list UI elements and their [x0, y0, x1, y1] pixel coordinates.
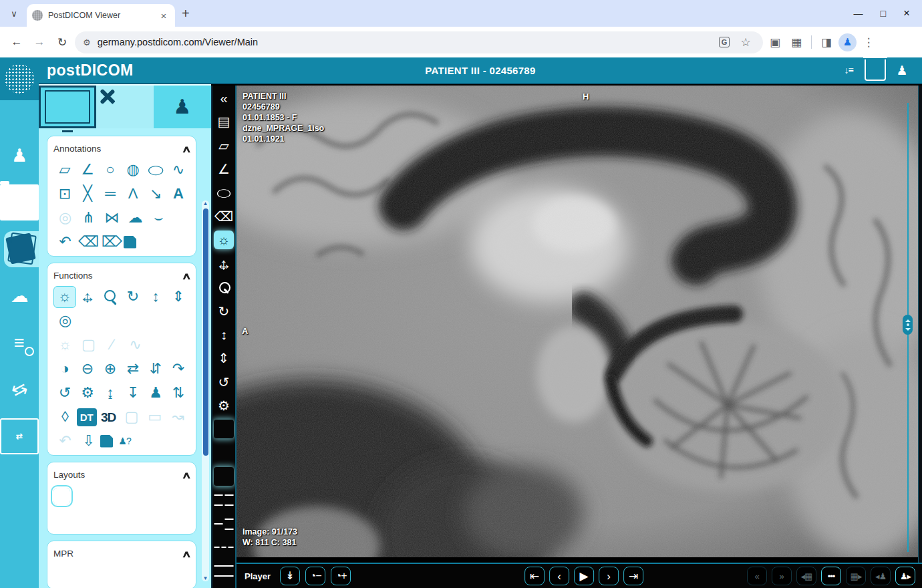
- report-view-icon[interactable]: ▤: [214, 112, 234, 131]
- series-list-icon[interactable]: •••: [821, 567, 841, 585]
- scroll-icon[interactable]: ↕: [144, 286, 167, 308]
- closed-freehand-icon[interactable]: ☁: [124, 207, 147, 229]
- image-viewport[interactable]: PATIENT III 02456789 01.01.1853 - F dzne…: [237, 86, 918, 563]
- undo-icon[interactable]: ↶: [53, 231, 77, 253]
- tab-tools[interactable]: [96, 86, 154, 128]
- collapse-chevron-icon[interactable]: ∧: [181, 549, 191, 559]
- layout-2row-outline-icon[interactable]: [214, 562, 234, 581]
- remote-nodes-icon[interactable]: [0, 418, 39, 454]
- patient-orientation-icon[interactable]: ♟: [144, 382, 167, 404]
- image-scroll-handle[interactable]: [903, 315, 913, 335]
- volume-3d-icon[interactable]: 3D: [97, 406, 120, 428]
- cine-export-icon[interactable]: ↡: [280, 567, 300, 585]
- cobb-angle-icon[interactable]: ⋈: [100, 207, 124, 229]
- next-image-icon[interactable]: ›: [599, 567, 619, 585]
- expand-vertical-icon[interactable]: ↨: [99, 382, 122, 404]
- rotate-icon[interactable]: ↻: [122, 286, 144, 308]
- forward-icon[interactable]: →: [29, 32, 49, 52]
- ruler-icon[interactable]: ▱: [214, 136, 234, 155]
- layout-2col-icon[interactable]: [214, 444, 234, 462]
- layout-3col-outline-icon[interactable]: [214, 538, 234, 557]
- save-annotations-icon[interactable]: [124, 236, 136, 249]
- screen-capture-icon[interactable]: ▣: [766, 33, 784, 51]
- spline-icon[interactable]: ⌣: [147, 207, 170, 229]
- image-library-icon[interactable]: [4, 231, 39, 267]
- current-layout-icon[interactable]: [214, 467, 234, 486]
- stack-scroll-icon[interactable]: ⇕: [167, 286, 190, 308]
- maximize-button[interactable]: □: [881, 8, 886, 19]
- cross-measure-icon[interactable]: ╳: [76, 183, 99, 205]
- layouts-header[interactable]: Layouts ∧: [53, 466, 190, 484]
- stack-scroll-icon[interactable]: ⇕: [214, 349, 234, 368]
- rectangle-icon[interactable]: ⊡: [53, 183, 76, 205]
- translate-icon[interactable]: G: [719, 37, 730, 47]
- ruler-icon[interactable]: ▱: [53, 159, 76, 181]
- reset-default-icon[interactable]: ↺: [214, 373, 234, 392]
- branch-angle-icon[interactable]: ⋔: [77, 207, 100, 229]
- flip-vertical-icon[interactable]: ⇵: [144, 358, 167, 380]
- url-text[interactable]: germany.postdicom.com/Viewer/Main: [98, 37, 712, 47]
- parallel-lines-icon[interactable]: ═: [99, 183, 122, 205]
- magnify-icon[interactable]: [214, 278, 234, 297]
- pan-icon[interactable]: [76, 286, 99, 308]
- collapse-panel-icon[interactable]: «: [214, 89, 234, 108]
- save-image-icon[interactable]: [100, 435, 113, 448]
- close-window-button[interactable]: ×: [903, 7, 910, 20]
- tab-search-chevron-icon[interactable]: ∨: [5, 5, 23, 22]
- functions-header[interactable]: Functions ∧: [53, 267, 190, 285]
- circle-icon[interactable]: ○: [99, 159, 122, 181]
- arrow-icon[interactable]: ↘: [144, 183, 167, 205]
- layout-single-icon[interactable]: [53, 488, 70, 504]
- layout-2x2-outline-icon[interactable]: [214, 491, 234, 510]
- erase-all-icon[interactable]: ⌦: [100, 231, 124, 253]
- play-icon[interactable]: ▶: [574, 567, 594, 585]
- speed-down-icon[interactable]: ◔−: [305, 567, 325, 585]
- rotate-flip-icon[interactable]: ↷: [167, 358, 190, 380]
- first-image-icon[interactable]: ⇤: [524, 567, 545, 585]
- magnify-icon[interactable]: [99, 286, 122, 308]
- window-level-icon[interactable]: ☼: [53, 286, 76, 308]
- export-image-icon[interactable]: ⇩: [77, 430, 100, 452]
- panel-scrollbar[interactable]: ▲ ▼: [202, 200, 209, 581]
- angle-icon[interactable]: ∠: [76, 159, 99, 181]
- query-worklist-icon[interactable]: ≡: [0, 325, 39, 361]
- auto-transfer-icon[interactable]: ↓≡: [838, 59, 859, 81]
- annotations-header[interactable]: Annotations ∧: [53, 140, 190, 158]
- dicom-tags-icon[interactable]: DT: [77, 408, 97, 426]
- reload-icon[interactable]: ↻: [52, 32, 72, 52]
- tab-series-browser[interactable]: [39, 86, 96, 128]
- mpr-header[interactable]: MPR ∧: [53, 545, 190, 563]
- bookmark-star-icon[interactable]: ☆: [736, 33, 755, 51]
- panel-scrollbar-thumb[interactable]: [203, 208, 208, 456]
- folder-browser-icon[interactable]: [0, 184, 39, 220]
- recycle-bin-icon[interactable]: [865, 59, 886, 81]
- layout-2row-icon[interactable]: [104, 488, 120, 504]
- layout-2top-1bottom-icon[interactable]: [53, 512, 70, 529]
- browser-tab[interactable]: PostDICOM Viewer ×: [27, 4, 175, 27]
- polyline-icon[interactable]: Λ: [122, 183, 144, 205]
- minimize-button[interactable]: —: [854, 8, 863, 19]
- collapse-chevron-icon[interactable]: ∧: [181, 144, 191, 154]
- speed-up-icon[interactable]: ◔+: [331, 567, 351, 585]
- window-level-icon[interactable]: ☼: [214, 231, 234, 249]
- anonymize-patient-icon[interactable]: ♟?: [113, 430, 136, 452]
- tag-icon[interactable]: ◊: [53, 406, 77, 428]
- flip-horizontal-icon[interactable]: ⇄: [122, 358, 144, 380]
- pan-icon[interactable]: [214, 255, 234, 273]
- tab-close-icon[interactable]: ×: [158, 9, 170, 21]
- zoom-in-icon[interactable]: ⊕: [99, 358, 122, 380]
- freehand-icon[interactable]: ∿: [167, 159, 190, 181]
- layout-1left-2right-icon[interactable]: [70, 512, 87, 529]
- scroll-down-arrow-icon[interactable]: ▼: [202, 575, 209, 581]
- layout-2x2-icon[interactable]: [120, 488, 137, 504]
- reset-window-level-icon[interactable]: ⚙: [76, 382, 99, 404]
- reset-default-icon[interactable]: ↺: [53, 382, 76, 404]
- ellipse-icon[interactable]: ◯: [144, 163, 167, 176]
- invert-icon[interactable]: ◑: [53, 358, 76, 380]
- profile-avatar[interactable]: ♟: [838, 33, 857, 51]
- back-icon[interactable]: ←: [7, 32, 27, 52]
- layout-2col-icon[interactable]: [70, 488, 87, 504]
- layout-single-icon[interactable]: [214, 420, 234, 438]
- tab-patient-info[interactable]: ♟: [154, 86, 211, 128]
- ellipse-icon[interactable]: ◯: [214, 187, 234, 198]
